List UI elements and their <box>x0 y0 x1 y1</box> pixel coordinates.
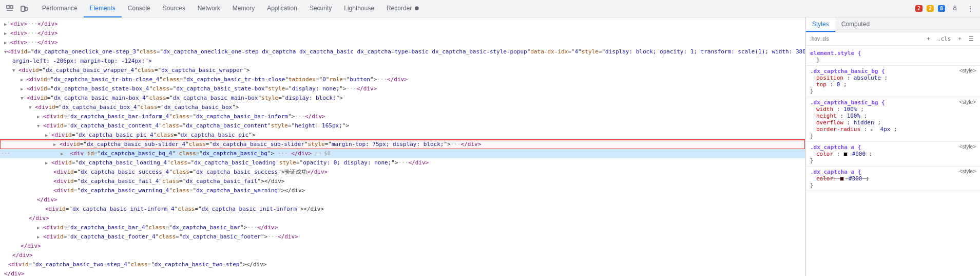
html-line-sub-slider[interactable]: ▶ <div id="dx_captcha_basic_sub-slider_4… <box>0 140 805 149</box>
toolbar-right: 2 2 8 ⋮ <box>915 3 976 14</box>
toggle-device-button[interactable] <box>18 3 30 14</box>
tab-application[interactable]: Application <box>261 0 303 17</box>
tab-console[interactable]: Console <box>122 0 157 17</box>
tab-list: Performance Elements Console Sources Net… <box>36 0 426 17</box>
html-line[interactable]: argin-left: -206px; margin-top: -124px;"… <box>0 57 805 66</box>
html-line[interactable]: ▶ <div id="dx_captcha_basic_pic_4" class… <box>0 131 805 140</box>
tab-memory[interactable]: Memory <box>226 0 261 17</box>
expand-arrow[interactable]: ▶ <box>4 20 10 28</box>
style-prop-line: border-radius : ▶ 4px ; <box>816 126 976 133</box>
tab-lighthouse[interactable]: Lighthouse <box>338 0 380 17</box>
styles-new-rule-button[interactable]: ☰ <box>967 34 976 43</box>
html-line-bg-selected[interactable]: ··· ▶ <div id="dx_captcha_basic_bg_4" cl… <box>0 149 805 158</box>
styles-content: element.style { } .dx_captcha_basic_bg {… <box>806 46 980 276</box>
expand-arrow[interactable]: ▶ <box>37 113 43 121</box>
tab-recorder[interactable]: Recorder ⏺ <box>380 0 426 17</box>
html-line[interactable]: <div id="dx_captcha_basic_fail_4" class=… <box>0 177 805 186</box>
tab-computed[interactable]: Computed <box>835 17 876 32</box>
html-line[interactable]: ▶ <div id="dx_captcha_basic_tr-btn-close… <box>0 75 805 84</box>
svg-rect-1 <box>10 6 13 8</box>
html-line[interactable]: ▼ <div id="dx_captcha_basic_box_4" class… <box>0 103 805 112</box>
expand-arrow[interactable]: ▼ <box>29 103 35 112</box>
styles-filter-label: :hov .cls <box>810 36 829 42</box>
html-line[interactable]: </div> <box>0 269 805 276</box>
html-line[interactable]: </div> <box>0 195 805 205</box>
toolbar-icons <box>4 3 30 14</box>
style-selector-line: element.style { <box>810 50 976 57</box>
style-props: width : 100% ; height : 100% ; overflow … <box>810 106 976 133</box>
styles-tabs: Styles Computed <box>806 17 980 32</box>
html-line[interactable]: ▶ <div id="dx_captcha_basic_bar-inform_4… <box>0 112 805 121</box>
svg-rect-0 <box>7 6 9 8</box>
style-prop-line: top : 0 ; <box>816 81 976 88</box>
expand-arrow[interactable]: ▶ <box>4 39 10 47</box>
select-element-button[interactable] <box>4 3 15 14</box>
html-line[interactable]: ▼ <div id="dx_captcha_oneclick_one-step_… <box>0 47 805 57</box>
style-selector-line: .dx_captcha a { <style> <box>810 169 976 175</box>
error-count: 2 <box>917 6 920 11</box>
tab-network[interactable]: Network <box>191 0 226 17</box>
expand-arrow[interactable]: ▶ <box>21 85 27 93</box>
style-props: color : #000 ; <box>810 151 976 157</box>
style-rule-captcha-a-2: .dx_captcha a { <style> color: #300 ; <box>806 167 980 191</box>
html-line[interactable]: ▼ <div id="dx_captcha_basic_main-box_4" … <box>0 94 805 103</box>
tab-performance[interactable]: Performance <box>36 0 84 17</box>
expand-arrow[interactable]: ▶ <box>53 140 60 149</box>
html-line[interactable]: <div id="dx_captcha_basic_success_4" cla… <box>0 168 805 177</box>
svg-rect-4 <box>25 7 27 11</box>
expand-arrow[interactable]: ▶ <box>45 131 51 139</box>
error-badge[interactable]: 2 <box>915 5 923 12</box>
style-selector-line: .dx_captcha_basic_bg { <style> <box>810 99 976 106</box>
warning-badge[interactable]: 2 <box>927 5 934 12</box>
color-swatch <box>843 152 848 156</box>
html-line[interactable]: ▶ <div> ··· </div> <box>0 38 805 47</box>
info-badge[interactable]: 8 <box>938 5 945 12</box>
expand-arrow[interactable]: ▶ <box>45 159 51 167</box>
html-line[interactable]: ▶ <div id="dx_captcha_basic_bar_4" class… <box>0 223 805 232</box>
info-count: 8 <box>940 6 943 11</box>
html-line[interactable]: ▼ <div id="dx_captcha_basic_content_4" c… <box>0 121 805 131</box>
expand-arrow[interactable]: ▶ <box>37 224 43 232</box>
expand-arrow-value[interactable]: ▶ <box>871 127 877 132</box>
main-content: ▶ <div> ··· </div> ▶ <div> ··· </div> ▶ … <box>0 17 980 276</box>
style-prop-line: height : 100% ; <box>816 113 976 119</box>
color-swatch-strikethrough <box>840 177 844 181</box>
html-line[interactable]: <div id="dx_captcha_basic_warning_4" cla… <box>0 186 805 195</box>
expand-arrow[interactable]: ▼ <box>12 66 18 75</box>
tab-elements[interactable]: Elements <box>84 0 122 17</box>
html-line[interactable]: </div> <box>0 242 805 251</box>
html-line[interactable]: ▶ <div id="dx_captcha_basic_footer_4" cl… <box>0 232 805 242</box>
tab-styles[interactable]: Styles <box>806 17 835 32</box>
expand-arrow[interactable]: ▼ <box>37 122 43 130</box>
html-line[interactable]: </div> <box>0 214 805 223</box>
html-line[interactable]: ▶ <div> ··· </div> <box>0 29 805 38</box>
html-line[interactable]: <div id="dx_captcha_basic_two-step_4" cl… <box>0 260 805 269</box>
tab-sources[interactable]: Sources <box>157 0 191 17</box>
style-props: position : absolute ; top : 0 ; <box>810 75 976 88</box>
styles-plus-button[interactable]: + <box>956 34 964 43</box>
styles-panel: Styles Computed :hov .cls + .cls + ☰ ele… <box>805 17 980 276</box>
devtools-toolbar: Performance Elements Console Sources Net… <box>0 0 980 17</box>
html-line[interactable]: ▶ <div id="dx_captcha_basic_loading_4" c… <box>0 158 805 168</box>
styles-add-button[interactable]: + <box>925 34 932 43</box>
expand-arrow[interactable]: ▼ <box>21 94 27 102</box>
elements-panel[interactable]: ▶ <div> ··· </div> ▶ <div> ··· </div> ▶ … <box>0 17 805 276</box>
svg-rect-3 <box>21 6 25 11</box>
expand-arrow[interactable]: ▶ <box>37 233 43 241</box>
more-options-button[interactable]: ⋮ <box>965 3 976 14</box>
html-line[interactable]: ▶ <div> ··· </div> <box>0 20 805 29</box>
expand-arrow[interactable]: ▶ <box>4 29 10 38</box>
html-line[interactable]: ▼ <div id="dx_captcha_basic_wrapper_4" c… <box>0 66 805 75</box>
style-prop-line: color: #300 ; <box>816 175 976 182</box>
html-line[interactable]: ▶ <div id="dx_captcha_basic_state-box_4"… <box>0 84 805 94</box>
style-prop-line: position : absolute ; <box>816 75 976 81</box>
tab-security[interactable]: Security <box>303 0 338 17</box>
expand-arrow[interactable]: ▶ <box>21 76 27 84</box>
style-rule-basic-bg-1: .dx_captcha_basic_bg { <style> position … <box>806 66 980 97</box>
style-rule-captcha-a-1: .dx_captcha a { <style> color : #000 ; } <box>806 142 980 167</box>
expand-arrow[interactable]: ▶ <box>61 150 67 158</box>
html-line[interactable]: </div> <box>0 251 805 260</box>
settings-button[interactable] <box>949 3 960 14</box>
styles-toggle-button[interactable]: .cls <box>935 34 953 43</box>
html-line[interactable]: <div id="dx_captcha_basic_init-inform_4"… <box>0 205 805 214</box>
